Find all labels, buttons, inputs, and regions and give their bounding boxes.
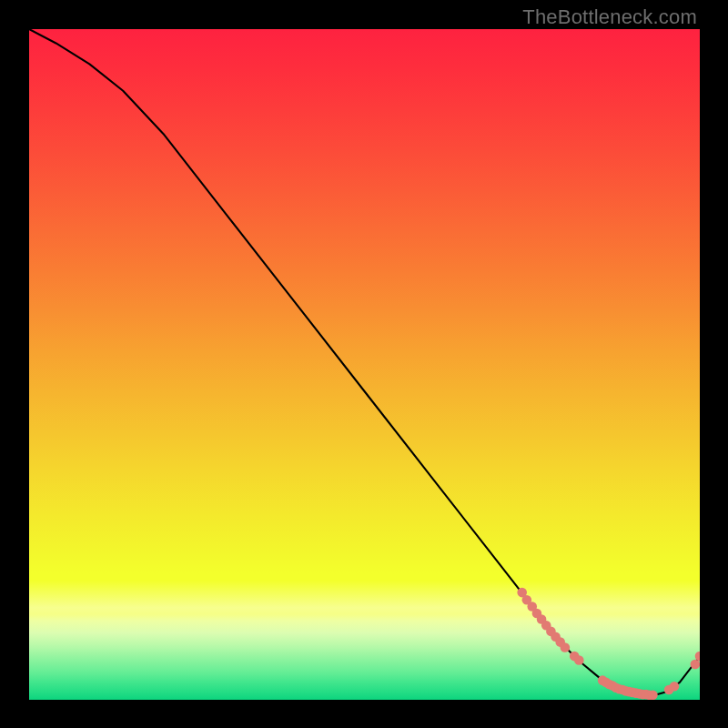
plot-area <box>29 29 700 700</box>
chart-stage: TheBottleneck.com <box>0 0 728 728</box>
chart-svg <box>29 29 700 700</box>
marker-dot <box>560 642 570 652</box>
gradient-background <box>29 29 700 700</box>
attribution-text: TheBottleneck.com <box>522 5 697 29</box>
marker-dot <box>690 659 699 669</box>
marker-dot <box>669 681 679 691</box>
marker-dot <box>574 655 584 665</box>
marker-dot <box>648 690 658 699</box>
